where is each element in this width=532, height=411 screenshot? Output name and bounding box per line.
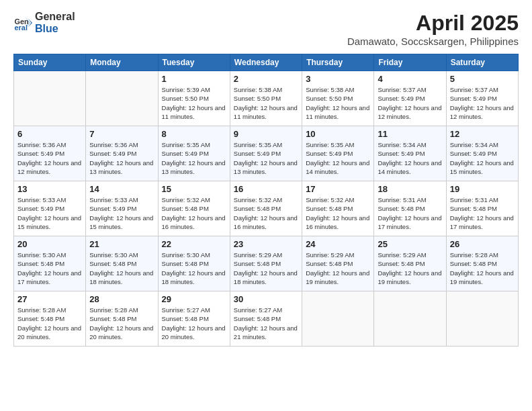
day-info: Sunrise: 5:31 AM Sunset: 5:48 PM Dayligh… (378, 195, 442, 231)
calendar-subtitle: Damawato, Soccsksargen, Philippines (347, 36, 519, 47)
logo-blue: Blue (35, 23, 75, 35)
day-cell: 13Sunrise: 5:33 AM Sunset: 5:49 PM Dayli… (14, 181, 86, 236)
day-number: 26 (450, 239, 515, 249)
day-number: 30 (234, 294, 298, 304)
day-number: 8 (162, 129, 226, 139)
col-saturday: Saturday (446, 54, 518, 71)
header: Gen eral General Blue April 2025 Damawat… (13, 11, 519, 47)
day-number: 6 (17, 129, 82, 139)
day-number: 21 (89, 239, 154, 249)
calendar-page: Gen eral General Blue April 2025 Damawat… (0, 0, 532, 411)
col-wednesday: Wednesday (230, 54, 302, 71)
day-cell: 27Sunrise: 5:28 AM Sunset: 5:48 PM Dayli… (14, 291, 86, 347)
day-info: Sunrise: 5:27 AM Sunset: 5:48 PM Dayligh… (234, 306, 298, 341)
logo-general: General (35, 11, 75, 23)
day-number: 18 (378, 184, 442, 194)
week-row-4: 20Sunrise: 5:30 AM Sunset: 5:48 PM Dayli… (14, 236, 519, 291)
day-info: Sunrise: 5:32 AM Sunset: 5:48 PM Dayligh… (306, 195, 370, 231)
day-number: 16 (234, 184, 298, 194)
day-number: 9 (234, 129, 298, 139)
day-number: 24 (306, 239, 370, 249)
day-number: 4 (378, 74, 442, 84)
col-tuesday: Tuesday (158, 54, 230, 71)
day-info: Sunrise: 5:36 AM Sunset: 5:49 PM Dayligh… (89, 140, 154, 176)
day-info: Sunrise: 5:27 AM Sunset: 5:48 PM Dayligh… (162, 306, 226, 341)
day-number: 19 (450, 184, 515, 194)
day-cell (14, 71, 86, 126)
day-info: Sunrise: 5:28 AM Sunset: 5:48 PM Dayligh… (89, 306, 154, 341)
day-number: 25 (378, 239, 442, 249)
day-cell: 17Sunrise: 5:32 AM Sunset: 5:48 PM Dayli… (302, 181, 374, 236)
day-number: 3 (306, 74, 370, 84)
col-friday: Friday (374, 54, 446, 71)
logo-text: General Blue (35, 11, 75, 34)
day-cell: 22Sunrise: 5:30 AM Sunset: 5:48 PM Dayli… (158, 236, 230, 291)
day-cell: 18Sunrise: 5:31 AM Sunset: 5:48 PM Dayli… (374, 181, 446, 236)
day-number: 29 (162, 294, 226, 304)
col-monday: Monday (86, 54, 158, 71)
day-number: 2 (234, 74, 298, 84)
calendar-table: Sunday Monday Tuesday Wednesday Thursday… (13, 54, 519, 347)
day-cell: 7Sunrise: 5:36 AM Sunset: 5:49 PM Daylig… (86, 126, 158, 181)
day-cell (446, 291, 518, 347)
day-info: Sunrise: 5:37 AM Sunset: 5:49 PM Dayligh… (378, 85, 442, 121)
day-info: Sunrise: 5:34 AM Sunset: 5:49 PM Dayligh… (450, 140, 515, 176)
day-cell: 30Sunrise: 5:27 AM Sunset: 5:48 PM Dayli… (230, 291, 302, 347)
week-row-1: 1Sunrise: 5:39 AM Sunset: 5:50 PM Daylig… (14, 71, 519, 126)
day-cell: 1Sunrise: 5:39 AM Sunset: 5:50 PM Daylig… (158, 71, 230, 126)
day-info: Sunrise: 5:32 AM Sunset: 5:48 PM Dayligh… (162, 195, 226, 231)
day-info: Sunrise: 5:28 AM Sunset: 5:48 PM Dayligh… (17, 306, 82, 341)
day-info: Sunrise: 5:30 AM Sunset: 5:48 PM Dayligh… (17, 250, 82, 286)
day-number: 20 (17, 239, 82, 249)
calendar-title: April 2025 (347, 11, 519, 36)
day-number: 1 (162, 74, 226, 84)
day-number: 27 (17, 294, 82, 304)
day-cell: 5Sunrise: 5:37 AM Sunset: 5:49 PM Daylig… (446, 71, 518, 126)
day-cell: 23Sunrise: 5:29 AM Sunset: 5:48 PM Dayli… (230, 236, 302, 291)
day-info: Sunrise: 5:33 AM Sunset: 5:49 PM Dayligh… (17, 195, 82, 231)
day-cell: 9Sunrise: 5:35 AM Sunset: 5:49 PM Daylig… (230, 126, 302, 181)
day-cell: 4Sunrise: 5:37 AM Sunset: 5:49 PM Daylig… (374, 71, 446, 126)
day-cell: 29Sunrise: 5:27 AM Sunset: 5:48 PM Dayli… (158, 291, 230, 347)
day-info: Sunrise: 5:35 AM Sunset: 5:49 PM Dayligh… (162, 140, 226, 176)
day-info: Sunrise: 5:30 AM Sunset: 5:48 PM Dayligh… (89, 250, 154, 286)
day-info: Sunrise: 5:35 AM Sunset: 5:49 PM Dayligh… (306, 140, 370, 176)
svg-text:eral: eral (15, 23, 28, 31)
day-info: Sunrise: 5:36 AM Sunset: 5:49 PM Dayligh… (17, 140, 82, 176)
logo: Gen eral General Blue (13, 11, 75, 34)
day-cell: 11Sunrise: 5:34 AM Sunset: 5:49 PM Dayli… (374, 126, 446, 181)
day-info: Sunrise: 5:34 AM Sunset: 5:49 PM Dayligh… (378, 140, 442, 176)
day-number: 5 (450, 74, 515, 84)
day-number: 14 (89, 184, 154, 194)
day-cell (86, 71, 158, 126)
day-cell: 20Sunrise: 5:30 AM Sunset: 5:48 PM Dayli… (14, 236, 86, 291)
logo-icon: Gen eral (13, 13, 32, 32)
day-info: Sunrise: 5:29 AM Sunset: 5:48 PM Dayligh… (306, 250, 370, 286)
day-cell: 10Sunrise: 5:35 AM Sunset: 5:49 PM Dayli… (302, 126, 374, 181)
day-info: Sunrise: 5:38 AM Sunset: 5:50 PM Dayligh… (306, 85, 370, 121)
day-number: 7 (89, 129, 154, 139)
day-info: Sunrise: 5:29 AM Sunset: 5:48 PM Dayligh… (234, 250, 298, 286)
day-number: 17 (306, 184, 370, 194)
day-info: Sunrise: 5:30 AM Sunset: 5:48 PM Dayligh… (162, 250, 226, 286)
week-row-3: 13Sunrise: 5:33 AM Sunset: 5:49 PM Dayli… (14, 181, 519, 236)
day-cell: 24Sunrise: 5:29 AM Sunset: 5:48 PM Dayli… (302, 236, 374, 291)
day-info: Sunrise: 5:29 AM Sunset: 5:48 PM Dayligh… (378, 250, 442, 286)
day-number: 12 (450, 129, 515, 139)
day-info: Sunrise: 5:33 AM Sunset: 5:49 PM Dayligh… (89, 195, 154, 231)
day-info: Sunrise: 5:31 AM Sunset: 5:48 PM Dayligh… (450, 195, 515, 231)
day-cell: 6Sunrise: 5:36 AM Sunset: 5:49 PM Daylig… (14, 126, 86, 181)
day-info: Sunrise: 5:35 AM Sunset: 5:49 PM Dayligh… (234, 140, 298, 176)
day-cell: 14Sunrise: 5:33 AM Sunset: 5:49 PM Dayli… (86, 181, 158, 236)
day-cell: 25Sunrise: 5:29 AM Sunset: 5:48 PM Dayli… (374, 236, 446, 291)
day-cell: 16Sunrise: 5:32 AM Sunset: 5:48 PM Dayli… (230, 181, 302, 236)
day-cell: 15Sunrise: 5:32 AM Sunset: 5:48 PM Dayli… (158, 181, 230, 236)
day-info: Sunrise: 5:32 AM Sunset: 5:48 PM Dayligh… (234, 195, 298, 231)
day-cell: 28Sunrise: 5:28 AM Sunset: 5:48 PM Dayli… (86, 291, 158, 347)
week-row-5: 27Sunrise: 5:28 AM Sunset: 5:48 PM Dayli… (14, 291, 519, 347)
day-number: 15 (162, 184, 226, 194)
day-number: 13 (17, 184, 82, 194)
day-number: 23 (234, 239, 298, 249)
day-number: 22 (162, 239, 226, 249)
day-cell: 8Sunrise: 5:35 AM Sunset: 5:49 PM Daylig… (158, 126, 230, 181)
